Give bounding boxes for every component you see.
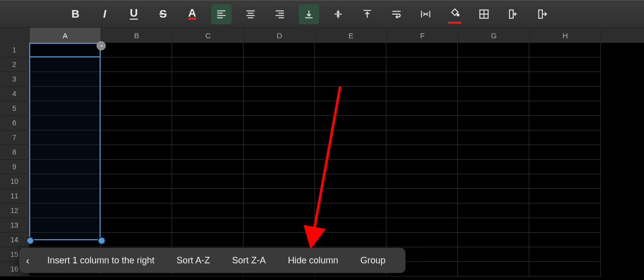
row-header[interactable]: 6: [0, 116, 29, 130]
cell[interactable]: [244, 233, 315, 247]
cell[interactable]: [529, 145, 601, 160]
cell[interactable]: [315, 233, 386, 247]
context-menu-hide-column[interactable]: Hide column: [277, 248, 349, 273]
cell[interactable]: [101, 101, 172, 116]
cell[interactable]: [29, 72, 101, 87]
valign-top-button[interactable]: [357, 4, 377, 24]
cell[interactable]: [244, 218, 315, 233]
borders-button[interactable]: [474, 4, 494, 24]
cell[interactable]: [458, 87, 529, 101]
row-header[interactable]: 2: [0, 57, 29, 72]
cell[interactable]: [29, 218, 101, 233]
underline-button[interactable]: U: [124, 4, 144, 24]
align-right-button[interactable]: [270, 4, 290, 24]
cell[interactable]: [172, 116, 244, 130]
cell[interactable]: [29, 43, 101, 57]
column-header-f[interactable]: F: [387, 28, 458, 43]
cell[interactable]: [244, 57, 315, 72]
cell[interactable]: [244, 116, 315, 130]
select-all-corner[interactable]: [0, 28, 30, 43]
cell[interactable]: [386, 57, 458, 72]
cell[interactable]: [315, 101, 386, 116]
context-menu-sort-za[interactable]: Sort Z-A: [221, 248, 277, 273]
wrap-text-button[interactable]: [386, 4, 407, 24]
context-menu-group[interactable]: Group: [349, 248, 396, 273]
cell[interactable]: [458, 130, 529, 145]
cell[interactable]: [101, 43, 172, 57]
cell[interactable]: [386, 116, 458, 130]
cell[interactable]: [529, 130, 601, 145]
column-header-h[interactable]: H: [530, 28, 601, 43]
cell[interactable]: [315, 203, 386, 218]
cell[interactable]: [101, 203, 172, 218]
cell[interactable]: [458, 101, 529, 116]
cell[interactable]: [529, 233, 601, 247]
cell[interactable]: [29, 116, 101, 130]
row-header[interactable]: 9: [0, 160, 29, 174]
cell[interactable]: [529, 218, 601, 233]
cell[interactable]: [29, 87, 101, 101]
cell[interactable]: [29, 57, 101, 72]
cell[interactable]: [172, 160, 244, 174]
cell[interactable]: [172, 57, 244, 72]
cell[interactable]: [529, 43, 601, 57]
spreadsheet-grid[interactable]: 1 2 3 4 5 6 7 8 9 10 11 12 13 14 15 16: [0, 43, 644, 280]
cell[interactable]: [315, 130, 386, 145]
cell[interactable]: [244, 130, 315, 145]
context-menu-insert-column[interactable]: Insert 1 column to the right: [36, 248, 166, 273]
cell[interactable]: [101, 189, 172, 203]
cell[interactable]: [315, 116, 386, 130]
cell[interactable]: [172, 189, 244, 203]
cell[interactable]: [315, 145, 386, 160]
cell[interactable]: [529, 87, 601, 101]
cell[interactable]: [244, 87, 315, 101]
row-header[interactable]: 8: [0, 145, 29, 160]
cell[interactable]: [529, 160, 601, 174]
cell[interactable]: [386, 43, 458, 57]
cell[interactable]: [29, 174, 101, 189]
cell[interactable]: [386, 87, 458, 101]
cell[interactable]: [29, 203, 101, 218]
cell[interactable]: [529, 262, 601, 276]
cell[interactable]: [315, 189, 386, 203]
column-header-b[interactable]: B: [101, 28, 173, 43]
valign-bottom-button[interactable]: [299, 4, 319, 24]
cell[interactable]: [172, 87, 244, 101]
cell[interactable]: [458, 189, 529, 203]
column-header-a[interactable]: A: [30, 28, 101, 43]
cell[interactable]: [101, 174, 172, 189]
cell[interactable]: [244, 43, 315, 57]
cell[interactable]: [529, 101, 601, 116]
cell[interactable]: [101, 218, 172, 233]
column-header-c[interactable]: C: [173, 28, 244, 43]
cell[interactable]: [244, 145, 315, 160]
cell[interactable]: [315, 87, 386, 101]
cell[interactable]: [244, 72, 315, 87]
column-header-d[interactable]: D: [244, 28, 315, 43]
cell[interactable]: [529, 116, 601, 130]
cell[interactable]: [386, 233, 458, 247]
cell[interactable]: [458, 203, 529, 218]
cell[interactable]: [101, 57, 172, 72]
cell[interactable]: [29, 233, 101, 247]
cell[interactable]: [101, 72, 172, 87]
row-header[interactable]: 7: [0, 130, 29, 145]
row-header[interactable]: 13: [0, 218, 29, 233]
cell[interactable]: [529, 72, 601, 87]
row-header[interactable]: 3: [0, 72, 29, 87]
cell[interactable]: [529, 174, 601, 189]
cell[interactable]: [101, 130, 172, 145]
cell[interactable]: [29, 145, 101, 160]
fill-color-button[interactable]: [445, 4, 465, 24]
cell[interactable]: [101, 145, 172, 160]
row-header[interactable]: 4: [0, 87, 29, 101]
text-color-button[interactable]: A: [182, 4, 202, 24]
cell[interactable]: [101, 233, 172, 247]
column-resize-handle[interactable]: [97, 41, 106, 50]
insert-column-button[interactable]: [503, 4, 523, 24]
cell[interactable]: [386, 160, 458, 174]
cell[interactable]: [315, 160, 386, 174]
context-menu-sort-az[interactable]: Sort A-Z: [166, 248, 221, 273]
row-header[interactable]: 12: [0, 203, 29, 218]
cell[interactable]: [315, 218, 386, 233]
